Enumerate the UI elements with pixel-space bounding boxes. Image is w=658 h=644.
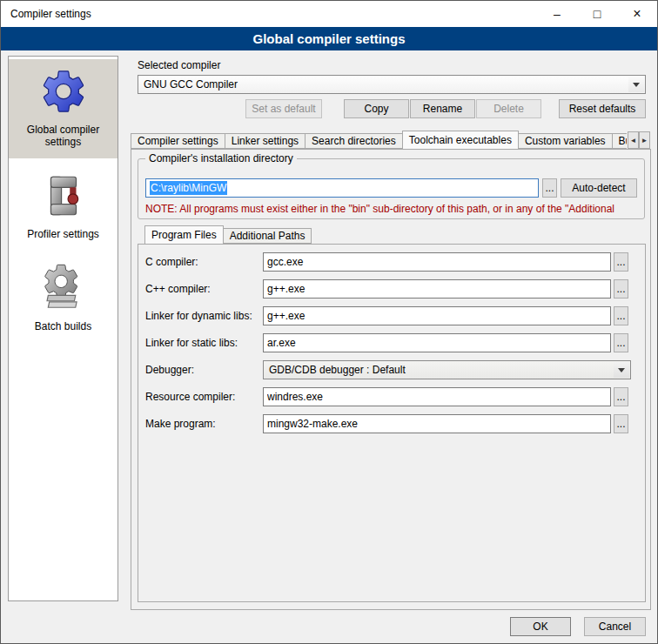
make-program-label: Make program: [145,418,263,430]
minimize-button[interactable]: – [537,1,577,27]
field-row-make-program: Make program: ... [145,414,645,433]
c-compiler-input[interactable] [263,252,611,272]
installation-directory-group-title: Compiler's installation directory [145,152,297,164]
cpp-compiler-label: C++ compiler: [145,283,263,295]
debugger-combobox-value: GDB/CDB debugger : Default [269,364,406,376]
resource-compiler-browse-button[interactable]: ... [614,387,628,406]
tab-custom-variables[interactable]: Custom variables [518,133,613,149]
make-program-input[interactable] [263,414,611,433]
linker-dynamic-input[interactable] [263,306,611,325]
rename-button[interactable]: Rename [410,99,475,118]
copy-button[interactable]: Copy [344,99,409,118]
linker-dynamic-label: Linker for dynamic libs: [145,310,263,322]
profiler-clamp-icon [38,171,89,221]
debugger-combobox[interactable]: GDB/CDB debugger : Default [263,360,631,379]
close-button[interactable]: × [617,1,657,27]
sidebar-item-profiler-settings[interactable]: Profiler settings [9,164,118,251]
tab-linker-settings[interactable]: Linker settings [225,133,306,149]
sidebar-item-batch-builds[interactable]: Batch builds [9,256,118,343]
delete-button[interactable]: Delete [476,99,541,118]
cancel-button[interactable]: Cancel [584,617,646,636]
settings-sidebar: Global compiler settings Profiler settin… [8,56,118,601]
c-compiler-browse-button[interactable]: ... [614,252,628,272]
installation-directory-input[interactable]: C:\raylib\MinGW [145,178,539,198]
titlebar: Compiler settings – □ × [1,1,657,27]
sidebar-item-label: Global compiler settings [10,124,116,148]
installation-directory-browse-button[interactable]: ... [542,178,557,198]
subtab-additional-paths[interactable]: Additional Paths [223,228,312,244]
sidebar-item-global-compiler-settings[interactable]: Global compiler settings [9,59,118,158]
installation-directory-group: Compiler's installation directory C:\ray… [138,158,645,219]
resource-compiler-label: Resource compiler: [145,391,263,403]
gear-blue-icon [38,66,89,117]
program-files-tabstrip: Program Files Additional Paths [144,225,312,245]
field-row-linker-static: Linker for static libs: ... [145,333,645,352]
window-title: Compiler settings [1,8,91,20]
maximize-button[interactable]: □ [577,1,617,27]
cpp-compiler-browse-button[interactable]: ... [614,279,628,299]
tab-search-directories[interactable]: Search directories [305,133,403,149]
field-row-cpp-compiler: C++ compiler: ... [145,279,645,299]
installation-directory-selected-text: C:\raylib\MinGW [150,181,227,195]
tab-build-options[interactable]: Buil [612,133,627,149]
field-row-resource-compiler: Resource compiler: ... [145,387,645,406]
gear-gray-icon [38,263,89,313]
cpp-compiler-input[interactable] [263,279,611,299]
set-as-default-button[interactable]: Set as default [245,99,322,118]
subtab-program-files[interactable]: Program Files [144,225,224,245]
compiler-combobox[interactable]: GNU GCC Compiler [138,75,646,94]
installation-directory-row: C:\raylib\MinGW ... Auto-detect [145,178,637,198]
tab-scroll-right-icon[interactable]: ► [639,131,650,149]
autodetect-button[interactable]: Auto-detect [561,178,637,198]
chevron-down-icon[interactable] [614,362,629,378]
tab-scroll-left-icon[interactable]: ◄ [628,131,639,149]
sidebar-item-label: Profiler settings [10,228,116,240]
compiler-settings-window: Compiler settings – □ × Global compiler … [0,0,658,644]
reset-defaults-button[interactable]: Reset defaults [559,99,646,118]
debugger-label: Debugger: [145,364,263,376]
c-compiler-label: C compiler: [145,256,263,268]
linker-static-label: Linker for static libs: [145,337,263,349]
window-controls: – □ × [537,1,657,27]
field-row-debugger: Debugger: GDB/CDB debugger : Default [145,360,645,379]
ok-button[interactable]: OK [510,617,571,636]
bin-subdirectory-note: NOTE: All programs must exist either in … [145,203,642,215]
linker-static-input[interactable] [263,333,611,352]
selected-compiler-label: Selected compiler [138,59,220,71]
program-files-panel: C compiler: ... C++ compiler: ... Linker… [138,244,646,602]
sidebar-item-label: Batch builds [10,320,116,332]
linker-dynamic-browse-button[interactable]: ... [614,306,628,325]
tab-toolchain-executables[interactable]: Toolchain executables [402,131,519,150]
chevron-down-icon[interactable] [628,77,644,92]
settings-tabstrip: Compiler settings Linker settings Search… [131,131,627,150]
page-title: Global compiler settings [1,27,657,50]
tab-compiler-settings[interactable]: Compiler settings [131,133,225,149]
compiler-combobox-value: GNU GCC Compiler [144,78,238,91]
field-row-linker-dynamic: Linker for dynamic libs: ... [145,306,645,325]
make-program-browse-button[interactable]: ... [614,414,628,433]
resource-compiler-input[interactable] [263,387,611,406]
linker-static-browse-button[interactable]: ... [614,333,628,352]
field-row-c-compiler: C compiler: ... [145,252,645,272]
